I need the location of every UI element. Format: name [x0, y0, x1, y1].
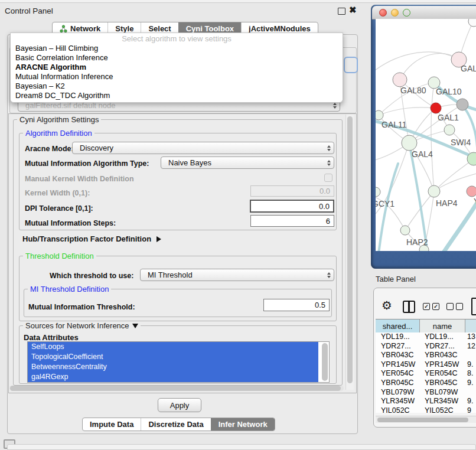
close-traffic-light[interactable] — [379, 9, 387, 17]
app-root: Control Panel ✖ galFiltered.sif default … — [0, 0, 476, 450]
hub-section-toggle[interactable]: Hub/Transcription Factor Definition — [22, 234, 161, 243]
dropdown-item-bayesian-k2[interactable]: Bayesian – K2 — [15, 81, 338, 91]
table-row[interactable]: YBL079WYBL079W — [376, 388, 476, 397]
page-icon[interactable] — [471, 298, 476, 315]
node-gcy1[interactable] — [376, 187, 380, 197]
node-hap4[interactable] — [428, 185, 440, 197]
unchecked-checkbox-icon — [446, 303, 454, 310]
network-icon — [60, 25, 67, 33]
node-label: GAL4 — [412, 149, 433, 159]
column-header-partial[interactable] — [465, 319, 476, 332]
float-window-icon[interactable] — [338, 8, 345, 15]
table-row[interactable]: YIL052CYIL052C9 — [376, 406, 476, 413]
node-label: GAL80 — [400, 86, 426, 95]
table-panel-window: ⚙ ✓ ✓ shared... name YDL19...YDL19...13 … — [373, 288, 476, 428]
node-partial-top[interactable] — [468, 19, 476, 27]
minimize-traffic-light[interactable] — [391, 9, 399, 17]
table-row[interactable]: YBR045CYBR045C9. — [376, 379, 476, 388]
tab-impute-data[interactable]: Impute Data — [83, 418, 141, 431]
tab-discretize-data[interactable]: Discretize Data — [141, 418, 210, 431]
node-red[interactable] — [431, 103, 441, 113]
list-item-gal4rgexp[interactable]: gal4RGexp — [28, 372, 318, 382]
settings-vertical-scrollbar[interactable] — [345, 115, 354, 390]
which-threshold-label: Which threshold to use: — [50, 272, 133, 280]
dropdown-item-bayesian-hill-climbing[interactable]: Bayesian – Hill Climbing — [15, 44, 338, 53]
triangle-down-icon — [132, 324, 138, 328]
aracne-mode-combo[interactable]: Discovery — [72, 142, 334, 154]
manual-kernel-checkbox[interactable] — [324, 174, 332, 182]
stepper-icon — [327, 145, 334, 151]
table-hscroll-thumb[interactable] — [377, 418, 468, 422]
stepper-icon — [333, 103, 340, 109]
list-vertical-scrollbar[interactable] — [322, 343, 328, 381]
which-threshold-value: MI Threshold — [148, 270, 193, 279]
hscroll-thumb[interactable] — [10, 386, 341, 391]
zoom-traffic-light[interactable] — [403, 9, 410, 17]
select-all-checks-button[interactable]: ✓ ✓ — [423, 303, 439, 310]
network-canvas: GAL80 GAL10 GAL GAL11 GAL1 SWI4 GAL4 GCY… — [376, 19, 476, 251]
table-row[interactable]: YPR145WYPR145W9. — [376, 360, 476, 370]
node-gal11[interactable] — [376, 110, 383, 120]
list-item-selfloops[interactable]: SelfLoops — [28, 342, 318, 352]
network-graph[interactable]: GAL80 GAL10 GAL GAL11 GAL1 SWI4 GAL4 GCY… — [376, 19, 476, 251]
table-header-row: shared... name — [376, 319, 476, 333]
cyni-bottom-tabbar: Impute Data Discretize Data Infer Networ… — [82, 418, 275, 431]
data-attributes-label: Data Attributes — [24, 333, 79, 342]
algorithm-dropdown-popup: Select algorithm to view settings Bayesi… — [10, 32, 343, 103]
node-salmon[interactable] — [467, 186, 476, 197]
dropdown-item-dream8[interactable]: Dream8 DC_TDC Algorithm — [15, 91, 338, 100]
node-label: GAL — [461, 64, 476, 73]
sources-group-title: Sources for Network Inference — [23, 321, 141, 330]
node-gray[interactable] — [457, 99, 468, 110]
column-header-sharedname[interactable]: shared... — [376, 319, 420, 332]
column-header-name[interactable]: name — [420, 319, 465, 332]
data-attributes-list: SelfLoops TopologicalCoefficient Between… — [27, 341, 330, 383]
node-gal4[interactable] — [402, 135, 417, 151]
node-gal80[interactable] — [393, 73, 407, 87]
node-labels: GAL80 GAL10 GAL GAL11 GAL1 SWI4 GAL4 GCY… — [376, 64, 476, 247]
table-row[interactable]: YDL19...YDL19...13 — [376, 332, 476, 342]
algorithm-definition-title: Algorithm Definition — [23, 129, 94, 138]
clear-checks-button[interactable] — [446, 303, 463, 310]
dropdown-item-aracne[interactable]: ARACNE Algorithm — [15, 63, 338, 72]
control-panel-title: Control Panel — [5, 6, 53, 15]
table-row[interactable]: YDR27...YDR27...12 — [376, 342, 476, 351]
stepper-icon — [327, 272, 334, 278]
which-threshold-combo[interactable]: MI Threshold — [140, 269, 334, 281]
node-label: SWI4 — [451, 138, 471, 147]
manual-kernel-label: Manual Kernel Width Definition — [25, 175, 134, 183]
vscroll-thumb[interactable] — [347, 116, 353, 383]
settings-horizontal-scrollbar[interactable] — [9, 386, 344, 391]
checked-checkbox-icon: ✓ — [423, 303, 430, 310]
split-columns-icon[interactable] — [403, 301, 415, 313]
dpi-tolerance-field[interactable]: 0.0 — [250, 200, 334, 213]
mi-steps-label: Mutual Information Steps: — [25, 219, 116, 227]
mi-type-label: Mutual Information Algorithm Type: — [25, 159, 149, 168]
list-item-topologicalcoefficient[interactable]: TopologicalCoefficient — [28, 352, 318, 362]
mi-threshold-label: Mutual Information Threshold: — [28, 303, 135, 311]
node-hap2[interactable] — [400, 226, 410, 235]
mi-steps-field[interactable]: 6 — [250, 215, 334, 227]
hub-section-label: Hub/Transcription Factor Definition — [22, 234, 151, 243]
table-horizontal-scrollbar[interactable] — [376, 416, 476, 423]
mi-threshold-group-title: MI Threshold Definition — [28, 285, 111, 294]
table-row[interactable]: YLR345WYLR345W9. — [376, 397, 476, 406]
mi-type-combo[interactable]: Naive Bayes — [161, 156, 334, 169]
table-rows: YDL19...YDL19...13 YDR27...YDR27...12 YB… — [376, 332, 476, 413]
close-icon[interactable]: ✖ — [349, 5, 357, 15]
dropdown-item-basic-correlation[interactable]: Basic Correlation Inference — [15, 53, 338, 63]
table-row[interactable]: YBR043CYBR043C — [376, 351, 476, 360]
node-gal1[interactable] — [444, 125, 455, 135]
dropdown-item-mutual-information[interactable]: Mutual Information Inference — [15, 72, 338, 81]
node-label: Y — [474, 197, 476, 206]
table-row[interactable]: YER054CYER054C8. — [376, 369, 476, 379]
kernel-width-field[interactable]: 0.0 — [250, 185, 334, 197]
list-item-betweennesscentrality[interactable]: BetweennessCentrality — [28, 362, 318, 372]
tab-infer-network[interactable]: Infer Network — [211, 418, 275, 431]
mi-threshold-field[interactable]: 0.5 — [263, 299, 330, 311]
toolbar-bottom-edge — [0, 0, 476, 3]
apply-button[interactable]: Apply — [158, 398, 201, 412]
gear-icon[interactable]: ⚙ — [382, 299, 392, 311]
focused-side-button[interactable] — [344, 57, 358, 73]
network-window-titlebar[interactable] — [372, 6, 476, 19]
